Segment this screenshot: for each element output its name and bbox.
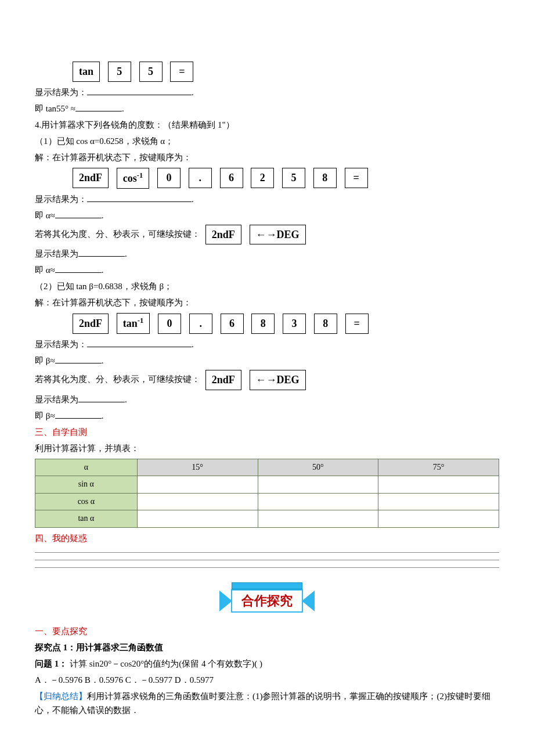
section4-heading: 四、我的疑惑 xyxy=(35,531,499,545)
key-dot: . xyxy=(189,168,212,188)
key-6: 6 xyxy=(220,168,243,188)
key-2ndf: 2ndF xyxy=(73,168,109,188)
key-2ndf-d: 2ndF xyxy=(205,370,241,390)
col-50: 50° xyxy=(258,459,378,476)
solution-prefix-2: 解：在计算器开机状态下，按键顺序为： xyxy=(35,296,499,309)
key-sequence-tan55: tan 5 5 = xyxy=(35,62,499,82)
key-2ndf-c: 2ndF xyxy=(73,314,109,334)
options: A．－0.5976 B．0.5976 C．－0.5977 D．0.5977 xyxy=(35,673,499,687)
key-8c: 8 xyxy=(314,314,337,334)
table-header-row: α 15° 50° 75° xyxy=(35,459,499,476)
question1: 问题 1： 计算 sin20°－cos20°的值约为(保留 4 个有效数字)( … xyxy=(35,657,499,671)
table-row-tan: tan α xyxy=(35,510,499,527)
blank-line-3 xyxy=(35,567,499,568)
key-eq3: = xyxy=(345,314,369,334)
key-2ndf-b: 2ndF xyxy=(205,225,241,245)
key-deg: ←→DEG xyxy=(250,225,306,245)
key-sequence-tan-inv: 2ndF tan-1 0 . 6 8 3 8 = xyxy=(35,313,499,334)
display-result-line-2: 显示结果为：. xyxy=(35,192,499,206)
display-result-short-2: 显示结果为. xyxy=(35,393,499,406)
alpha-approx-1: 即 α≈. xyxy=(35,208,499,222)
blank-line-2 xyxy=(35,560,499,560)
section-a-heading: 一、要点探究 xyxy=(35,624,499,638)
alpha-approx-2: 即 α≈. xyxy=(35,263,499,277)
item4-2: （2）已知 tan β=0.6838，求锐角 β； xyxy=(35,279,499,293)
key-deg-b: ←→DEG xyxy=(250,370,306,390)
key-0: 0 xyxy=(157,168,181,188)
key-5b: 5 xyxy=(139,62,163,82)
table-row-cos: cos α xyxy=(35,493,499,510)
banner-title: 合作探究 xyxy=(231,589,303,613)
convert-line-2: 若将其化为度、分、秒表示，可继续按键： 2ndF ←→DEG xyxy=(35,370,499,390)
key-equals: = xyxy=(170,62,193,82)
section3-heading: 三、自学自测 xyxy=(35,425,499,439)
key-dot-b: . xyxy=(189,314,212,334)
key-3: 3 xyxy=(283,314,306,334)
banner-top-bar xyxy=(232,582,302,589)
beta-approx-1: 即 β≈. xyxy=(35,354,499,368)
item4-1: （1）已知 cos α=0.6258，求锐角 α； xyxy=(35,134,499,148)
key-cos-inv: cos-1 xyxy=(117,168,150,189)
display-result-line-1: 显示结果为：. xyxy=(35,85,499,99)
display-result-short-1: 显示结果为. xyxy=(35,247,499,261)
blank-line-1 xyxy=(35,552,499,553)
display-result-line-3: 显示结果为：. xyxy=(35,337,499,351)
key-8: 8 xyxy=(313,168,337,188)
convert-line-1: 若将其化为度、分、秒表示，可继续按键： 2ndF ←→DEG xyxy=(35,225,499,245)
banner-container: 合作探究 xyxy=(35,582,499,615)
key-sequence-cos-inv: 2ndF cos-1 0 . 6 2 5 8 = xyxy=(35,168,499,189)
key-tan: tan xyxy=(73,62,100,82)
beta-approx-2: 即 β≈. xyxy=(35,409,499,423)
key-6b: 6 xyxy=(221,314,244,334)
item4-title: 4.用计算器求下列各锐角的度数：（结果精确到 1"） xyxy=(35,118,499,132)
topic1: 探究点 1：用计算器求三角函数值 xyxy=(35,640,499,654)
table-row-sin: sin α xyxy=(35,476,499,493)
col-alpha: α xyxy=(35,459,138,476)
solution-prefix-1: 解：在计算器开机状态下，按键顺序为： xyxy=(35,150,499,164)
tan55-line: 即 tan55° ≈. xyxy=(35,102,499,116)
summary: 【归纳总结】利用计算器求锐角的三角函数值时要注意：(1)参照计算器的说明书，掌握… xyxy=(35,689,499,717)
key-eq2: = xyxy=(345,168,368,188)
banner-chevron-right-icon xyxy=(302,591,315,611)
key-5: 5 xyxy=(108,62,131,82)
key-0b: 0 xyxy=(158,314,181,334)
section3-desc: 利用计算器计算，并填表： xyxy=(35,441,499,455)
key-8b: 8 xyxy=(251,314,275,334)
key-tan-inv: tan-1 xyxy=(117,313,150,334)
col-15: 15° xyxy=(137,459,258,476)
trig-table: α 15° 50° 75° sin α cos α tan α xyxy=(35,459,499,528)
banner-chevron-left-icon xyxy=(219,591,232,611)
key-5c: 5 xyxy=(282,168,305,188)
key-2: 2 xyxy=(251,168,274,188)
col-75: 75° xyxy=(378,459,499,476)
